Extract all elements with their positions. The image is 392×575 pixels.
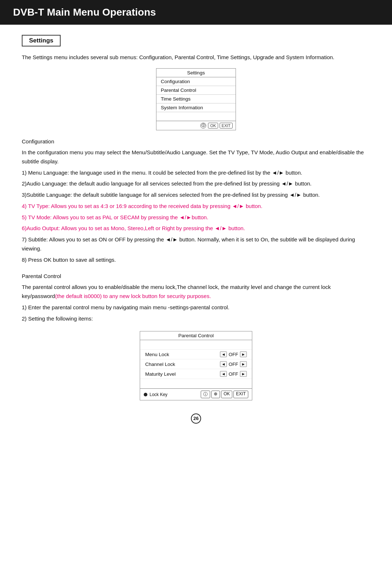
- page-header: DVB-T Main Menu Operations: [0, 0, 392, 25]
- footer-buttons: ⓘ ⊕ OK EXIT: [201, 391, 248, 398]
- maturity-left-arrow: ◄: [220, 371, 227, 377]
- settings-intro: The Settings menu includes several sub m…: [22, 53, 370, 62]
- parental-row-menu-lock: Menu Lock ◄ OFF ►: [140, 350, 252, 359]
- config-item-7: 7) Subtitle: Allows you to set as ON or …: [22, 235, 370, 253]
- menu-lock-value: ◄ OFF ►: [220, 351, 247, 357]
- parental-title: Parental Control: [22, 273, 370, 279]
- menu-lock-left-arrow: ◄: [220, 351, 227, 357]
- menu-item-empty-1: [156, 112, 236, 121]
- footer-exit-btn: EXIT: [233, 391, 248, 398]
- page-title: DVB-T Main Menu Operations: [13, 7, 156, 18]
- parental-menu-diagram: Parental Control Menu Lock ◄ OFF ► Chann…: [140, 331, 252, 400]
- menu-lock-right-arrow: ►: [240, 351, 247, 357]
- configuration-title: Configuration: [22, 138, 370, 144]
- ok-btn: OK: [208, 123, 218, 129]
- config-item-1: 1) Menu Language: the language used in t…: [22, 168, 370, 178]
- config-item-4: 4) TV Type: Allows you to set as 4:3 or …: [22, 202, 370, 211]
- parental-item-1: 1) Enter the parental control menu by na…: [22, 303, 370, 312]
- maturity-level-label: Maturity Level: [145, 371, 220, 377]
- config-item-2: 2)Audio Language: the default audio lang…: [22, 179, 370, 188]
- page-number-area: 26: [22, 413, 370, 424]
- config-item-6: 6)Audio Output: Allows you to set as Mon…: [22, 224, 370, 233]
- parental-row-channel-lock: Channel Lock ◄ OFF ►: [140, 359, 252, 369]
- parental-section: Parental Control The parental control al…: [22, 273, 370, 400]
- lock-key-label: Lock Key: [150, 392, 167, 397]
- parental-item-2: 2) Setting the following items:: [22, 314, 370, 323]
- parental-intro: The parental control allows you to enabl…: [22, 283, 370, 301]
- config-item-3: 3)Subtitle Language: the default subtitl…: [22, 191, 370, 200]
- menu-item-time-settings: Time Settings: [156, 95, 236, 103]
- config-item-5: 5) TV Mode: Allows you to set as PAL or …: [22, 213, 370, 222]
- channel-lock-right-arrow: ►: [240, 361, 247, 367]
- channel-lock-label: Channel Lock: [145, 362, 220, 367]
- parental-row-maturity: Maturity Level ◄ OFF ►: [140, 369, 252, 379]
- parental-row-empty-2: [140, 379, 252, 388]
- footer-ok-btn: OK: [221, 391, 232, 398]
- info-icon: ⓘ: [200, 123, 206, 129]
- page-number: 26: [191, 413, 201, 424]
- settings-label: Settings: [22, 35, 61, 46]
- settings-menu-footer: ⓘ OK EXIT: [156, 121, 236, 130]
- maturity-right-arrow: ►: [240, 371, 247, 377]
- parental-row-empty: [140, 340, 252, 350]
- configuration-intro: In the configuration menu you may select…: [22, 148, 370, 166]
- channel-lock-left-arrow: ◄: [220, 361, 227, 367]
- settings-menu-diagram: Settings Configuration Parental Control …: [156, 68, 236, 130]
- channel-lock-value: ◄ OFF ►: [220, 361, 247, 367]
- footer-info-btn: ⓘ: [201, 391, 210, 398]
- menu-item-configuration: Configuration: [156, 77, 236, 86]
- menu-lock-label: Menu Lock: [145, 352, 220, 357]
- parental-intro-pink: (the default is0000) to any new lock but…: [55, 293, 211, 299]
- parental-menu-title: Parental Control: [140, 331, 252, 340]
- settings-menu-title: Settings: [156, 69, 236, 77]
- lock-dot-icon: [144, 393, 147, 396]
- footer-nav-btn: ⊕: [211, 391, 220, 398]
- menu-item-system-information: System Information: [156, 103, 236, 112]
- maturity-level-value: ◄ OFF ►: [220, 371, 247, 377]
- config-item-8: 8) Press OK button to save all settings.: [22, 256, 370, 265]
- exit-btn: EXIT: [220, 123, 233, 129]
- parental-menu-footer: Lock Key ⓘ ⊕ OK EXIT: [140, 388, 252, 400]
- content-area: Settings The Settings menu includes seve…: [0, 35, 392, 438]
- menu-item-parental-control: Parental Control: [156, 86, 236, 95]
